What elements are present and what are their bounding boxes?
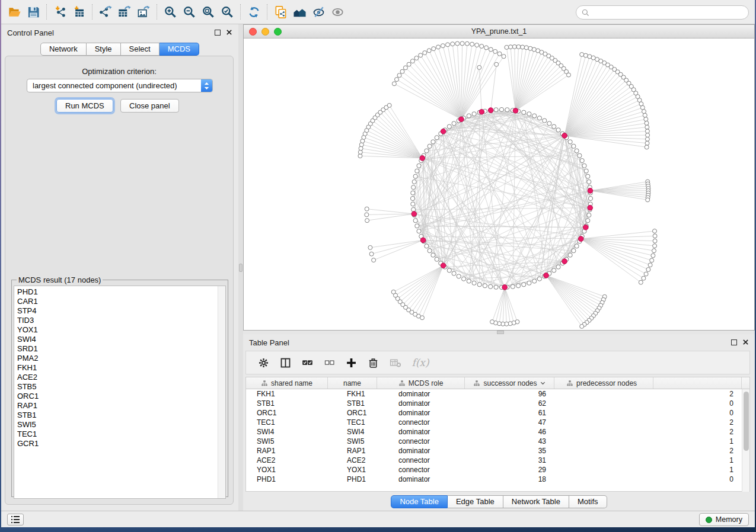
delete-rows-icon[interactable]	[364, 354, 382, 371]
network-canvas[interactable]	[244, 39, 754, 330]
table-cell: 31	[465, 456, 554, 465]
divider-handle[interactable]	[239, 264, 243, 272]
mcds-result-list[interactable]: PHD1CAR1STP4TID3YOX1SWI4SRD1PMA2FKH1ACE2…	[14, 286, 226, 499]
mcds-result-item[interactable]: SRD1	[14, 344, 225, 354]
table-cell: 29	[465, 465, 554, 475]
mcds-result-item[interactable]: SWI5	[14, 420, 225, 430]
hide-selected-icon[interactable]	[309, 2, 328, 21]
tab-style[interactable]: Style	[87, 43, 121, 56]
mcds-result-item[interactable]: GCR1	[14, 439, 225, 448]
column-header-successor-nodes[interactable]: successor nodes	[465, 377, 554, 389]
mcds-result-item[interactable]: FKH1	[14, 363, 225, 373]
mcds-result-item[interactable]: STB5	[14, 382, 225, 392]
zoom-fit-icon[interactable]	[199, 2, 218, 21]
mcds-result-item[interactable]: SWI4	[14, 335, 225, 344]
mcds-result-item[interactable]: ACE2	[14, 373, 225, 382]
zoom-selected-icon[interactable]	[218, 2, 237, 21]
select-all-icon[interactable]	[298, 354, 316, 371]
tab-network-table[interactable]: Network Table	[503, 495, 569, 508]
tab-node-table[interactable]: Node Table	[391, 495, 448, 508]
zoom-out-icon[interactable]	[180, 2, 199, 21]
first-neighbors-icon[interactable]	[290, 2, 309, 21]
search-input[interactable]	[590, 7, 748, 18]
table-row[interactable]: SWI4SWI4dominator462	[246, 427, 749, 437]
table-row[interactable]: ORC1ORC1dominator610	[246, 408, 749, 418]
mcds-result-item[interactable]: TEC1	[14, 430, 225, 439]
mcds-result-item[interactable]: CAR1	[14, 297, 225, 306]
close-panel-button[interactable]: Close panel	[120, 99, 179, 113]
network-window: YPA_prune.txt_1	[243, 24, 755, 331]
tab-motifs[interactable]: Motifs	[569, 495, 607, 508]
mcds-result-item[interactable]: PMA2	[14, 354, 225, 363]
task-history-button[interactable]	[7, 514, 24, 525]
table-scrollbar[interactable]	[742, 389, 749, 492]
mcds-tab-content: Optimization criterion: largest connecte…	[5, 56, 234, 505]
table-cell: 1	[554, 465, 742, 475]
toolbar-separator	[267, 4, 267, 20]
save-session-icon[interactable]	[24, 2, 43, 21]
export-table-icon[interactable]	[115, 2, 134, 21]
column-header-MCDS-role[interactable]: MCDS role	[377, 377, 465, 389]
table-row[interactable]: FKH1FKH1dominator962	[246, 389, 749, 399]
table-row[interactable]: RAP1RAP1dominator352	[246, 446, 749, 456]
tab-network[interactable]: Network	[40, 43, 87, 56]
table-row[interactable]: SWI5SWI5connector431	[246, 437, 749, 446]
table-cell: dominator	[377, 399, 465, 408]
close-panel-icon[interactable]	[226, 29, 232, 36]
mcds-result-item[interactable]: RAP1	[14, 401, 225, 411]
float-panel-icon[interactable]	[731, 339, 737, 345]
tab-edge-table[interactable]: Edge Table	[448, 495, 503, 508]
refresh-icon[interactable]	[244, 2, 263, 21]
table-row[interactable]: ACE2ACE2connector311	[246, 456, 749, 465]
mcds-result-item[interactable]: PHD1	[14, 287, 225, 297]
mcds-result-item[interactable]: STP4	[14, 306, 225, 316]
table-cell: 35	[465, 446, 554, 456]
optimization-criterion-select[interactable]: largest connected component (undirected)	[27, 79, 213, 92]
unselect-all-icon[interactable]	[320, 354, 338, 371]
new-network-from-selection-icon[interactable]	[271, 2, 290, 21]
show-all-icon[interactable]	[328, 2, 347, 21]
search-field[interactable]	[576, 5, 749, 20]
import-network-icon[interactable]	[50, 2, 69, 21]
status-bar: Memory	[1, 511, 755, 527]
show-columns-icon[interactable]	[276, 354, 294, 371]
mcds-list-scrollbar[interactable]	[218, 286, 225, 498]
table-cell: SWI5	[246, 437, 328, 446]
memory-button[interactable]: Memory	[699, 513, 749, 526]
table-row[interactable]: TEC1TEC1connector472	[246, 418, 749, 427]
scrollbar-thumb[interactable]	[744, 392, 749, 451]
settings-gear-icon[interactable]	[254, 354, 272, 371]
tab-mcds[interactable]: MCDS	[160, 43, 199, 56]
table-row[interactable]: STB1STB1dominator620	[246, 399, 749, 408]
column-header-predecessor-nodes[interactable]: predecessor nodes	[554, 377, 742, 389]
close-panel-icon[interactable]	[742, 339, 749, 345]
table-row[interactable]: PHD1PHD1dominator180	[246, 475, 749, 484]
zoom-in-icon[interactable]	[161, 2, 180, 21]
mcds-result-item[interactable]: ORC1	[14, 392, 225, 401]
export-network-icon[interactable]	[96, 2, 115, 21]
vertical-split-divider[interactable]	[238, 24, 243, 511]
table-cell: FKH1	[328, 389, 377, 399]
open-file-icon[interactable]	[5, 2, 24, 21]
table-row[interactable]: YOX1YOX1connector291	[246, 465, 749, 475]
network-window-titlebar[interactable]: YPA_prune.txt_1	[244, 25, 754, 39]
tab-select[interactable]: Select	[121, 43, 160, 56]
add-row-icon[interactable]	[342, 354, 360, 371]
table-panel: Table Panel f(x) shared namenameMCDS rol…	[243, 334, 755, 511]
float-panel-icon[interactable]	[215, 30, 221, 36]
mcds-result-item[interactable]: TID3	[14, 316, 225, 325]
table-cell: ACE2	[328, 456, 377, 465]
mcds-result-item[interactable]: YOX1	[14, 325, 225, 335]
column-header-shared-name[interactable]: shared name	[246, 377, 328, 389]
toolbar-separator	[92, 4, 92, 20]
mcds-result-item[interactable]: STB1	[14, 411, 225, 420]
import-table-icon[interactable]	[69, 2, 88, 21]
column-type-icon	[566, 380, 573, 387]
column-type-icon	[261, 380, 268, 387]
toolbar-group	[5, 2, 43, 21]
run-mcds-button[interactable]: Run MCDS	[56, 99, 113, 113]
selected-criterion: largest connected component (undirected)	[27, 81, 201, 90]
export-image-icon[interactable]	[134, 2, 153, 21]
table-cell: 1	[554, 437, 742, 446]
column-header-name[interactable]: name	[328, 377, 377, 389]
